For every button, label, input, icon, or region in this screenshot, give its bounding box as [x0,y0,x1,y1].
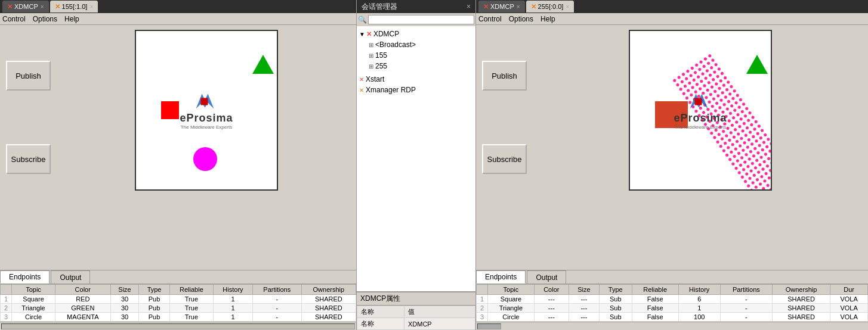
xstart-icon: ✕ [359,76,364,83]
table-row: 1 Square RED 30 Pub True 1 - SHARED [1,295,356,304]
menu-control-left[interactable]: Control [2,15,26,23]
right-sidebar-buttons: Publish Subscribe [476,25,533,270]
menu-help-right[interactable]: Help [540,15,555,23]
col-history-left[interactable]: History [214,285,253,295]
tree-255-label: 255 [375,62,387,70]
properties-title: XDMCP属性 [357,292,475,306]
tree-xdmcp-label: XDMCP [373,30,399,38]
right-titlebar: ✕ XDMCP × ✕ 255[:0.0] × [476,0,868,13]
eprosima-logo-left: eProsima The Middleware Experts [180,91,233,130]
col-color-left[interactable]: Color [55,285,110,295]
session-manager-close[interactable]: × [467,2,471,11]
right-hscrollbar[interactable] [476,322,868,330]
eprosima-logo-right: eProsima The Middleware Experts [674,91,727,130]
tab-155-left[interactable]: ✕ 155[:1.0] × [50,1,98,13]
col-type-right[interactable]: Type [599,285,632,295]
right-window: ✕ XDMCP × ✕ 255[:0.0] × Control Options … [476,0,868,330]
xdmcp-tab-icon: ✕ [7,3,13,11]
col-num-right [477,285,488,295]
prop-col-name: 名称 [357,306,404,318]
subscribe-button-right[interactable]: Subscribe [482,144,527,174]
tree-xmanager-rdp-label: Xmanager RDP [366,86,416,94]
tree-item-xdmcp[interactable]: ▼ ✕ XDMCP [359,29,473,39]
right-bottom-section: Endpoints Output Topic Color Size Type R… [476,270,868,330]
tree-item-155[interactable]: ⊞ 155 [359,50,473,61]
tree-xstart-label: Xstart [366,75,384,83]
tree-broadcast-label: <Broadcast> [375,41,416,49]
col-color-right[interactable]: Color [534,285,569,295]
session-search-input[interactable] [368,15,474,24]
left-canvas-area: eProsima The Middleware Experts [57,25,356,270]
col-ownership-right[interactable]: Ownership [772,285,830,295]
left-bottom-section: Endpoints Output Topic Color Size Type R… [0,270,356,330]
right-tab-bar: Endpoints Output [476,270,868,284]
right-canvas: eProsima The Middleware Experts [629,30,772,191]
col-num-left [1,285,12,295]
session-tree: ▼ ✕ XDMCP ⊞ <Broadcast> ⊞ 155 ⊞ 255 ✕ Xs… [357,26,475,292]
output-tab-left[interactable]: Output [51,270,90,284]
endpoints-tab-left[interactable]: Endpoints [0,270,50,284]
tab-xdmcp-left[interactable]: ✕ XDMCP × [2,1,49,13]
col-reliable-left[interactable]: Reliable [169,285,213,295]
subscribe-button-left[interactable]: Subscribe [6,144,51,174]
session-manager-titlebar: 会话管理器 × [357,0,475,13]
155-tab-label: 155[:1.0] [62,3,88,10]
endpoints-tab-right[interactable]: Endpoints [476,270,526,284]
properties-section: XDMCP属性 名称 值 名称 XDMCP [357,292,475,330]
tree-155-label: 155 [375,51,387,60]
session-255-icon: ⊞ [369,63,373,70]
col-ownership-left[interactable]: Ownership [301,285,356,295]
col-dur-right[interactable]: Dur [830,285,868,295]
left-hscrollbar[interactable] [0,322,356,330]
col-size-left[interactable]: Size [110,285,139,295]
property-row: 名称 XDMCP [357,318,475,330]
broadcast-icon: ⊞ [369,42,373,48]
left-main-content: Publish Subscribe [0,25,356,270]
publish-button-left[interactable]: Publish [6,61,51,91]
xdmcp-right-tab-close[interactable]: × [517,4,520,10]
circle-shape-left [193,147,217,171]
255-tab-close[interactable]: × [566,4,569,10]
publish-button-right[interactable]: Publish [482,61,527,91]
155-tab-close[interactable]: × [89,4,93,10]
xdmcp-right-tab-label: XDMCP [490,3,514,10]
155-tab-icon: ✕ [55,3,60,11]
tab-xdmcp-right[interactable]: ✕ XDMCP × [478,1,525,13]
tree-item-255[interactable]: ⊞ 255 [359,61,473,71]
col-type-left[interactable]: Type [139,285,169,295]
table-row: 2 Triangle GREEN 30 Pub True 1 - SHARED [1,304,356,313]
col-size-right[interactable]: Size [569,285,599,295]
col-partitions-left[interactable]: Partitions [252,285,301,295]
menu-options-left[interactable]: Options [33,15,57,23]
col-topic-right[interactable]: Topic [488,285,535,295]
left-table-container: Topic Color Size Type Reliable History P… [0,284,356,322]
tree-item-broadcast[interactable]: ⊞ <Broadcast> [359,39,473,50]
left-hscroll-track[interactable] [1,323,355,329]
eprosima-name-right: eProsima [674,112,727,124]
output-tab-right[interactable]: Output [527,270,566,284]
col-history-right[interactable]: History [678,285,720,295]
col-partitions-right[interactable]: Partitions [720,285,772,295]
xdmcp-right-tab-icon: ✕ [483,3,489,11]
menu-control-right[interactable]: Control [478,15,502,23]
right-table-container: Topic Color Size Type Reliable History P… [476,284,868,322]
right-hscroll-track[interactable] [477,323,501,329]
menu-options-right[interactable]: Options [509,15,533,23]
right-endpoints-table: Topic Color Size Type Reliable History P… [476,284,868,322]
tree-item-xmanager-rdp[interactable]: ✕ Xmanager RDP [359,85,473,95]
eprosima-name-left: eProsima [180,112,233,124]
search-icon: 🔍 [358,15,367,24]
tree-collapse-icon: ▼ [359,31,365,38]
table-row: 2 Triangle --- --- Sub False 1 - SHARED … [477,304,868,313]
col-reliable-right[interactable]: Reliable [632,285,678,295]
svg-rect-1 [200,98,208,105]
tab-255-right[interactable]: ✕ 255[:0.0] × [526,1,574,13]
left-canvas: eProsima The Middleware Experts [135,30,278,191]
tree-item-xstart[interactable]: ✕ Xstart [359,74,473,85]
left-menubar: Control Options Help [0,13,356,25]
prop-value-cell: XDMCP [404,318,475,330]
menu-help-left[interactable]: Help [64,15,79,23]
xdmcp-tab-close[interactable]: × [41,4,44,10]
properties-table: 名称 值 名称 XDMCP [357,306,475,330]
col-topic-left[interactable]: Topic [12,285,55,295]
